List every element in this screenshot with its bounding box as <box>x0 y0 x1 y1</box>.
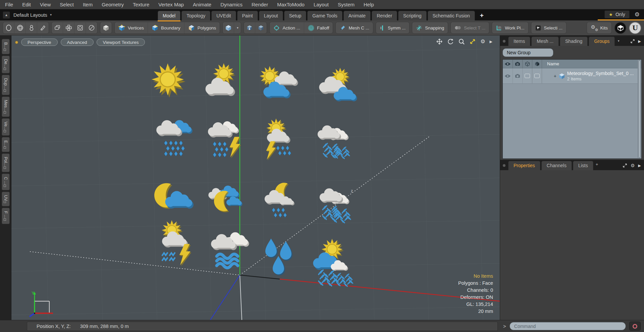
resize-viewport-icon[interactable] <box>469 38 476 45</box>
chevron-down-icon[interactable]: ▼ <box>617 40 620 43</box>
panel-gear-icon[interactable]: ⚙ <box>631 163 635 168</box>
menu-texture[interactable]: Texture <box>133 2 149 7</box>
settings-gear-icon[interactable]: ⚙ <box>635 12 640 17</box>
sphere-tool-icon[interactable] <box>14 22 26 34</box>
left-tab-duplicate[interactable]: Dup... <box>2 75 10 95</box>
cube-badge-icon[interactable] <box>614 22 627 34</box>
row-eye-icon[interactable] <box>503 68 513 83</box>
shade-column-cube-icon[interactable] <box>532 60 542 68</box>
viewport-textures-button[interactable]: Viewport Textures <box>97 39 145 46</box>
boundary-mode-button[interactable]: Boundary <box>148 22 184 34</box>
vertex-tool-icon[interactable] <box>26 22 37 34</box>
add-layout-tab-button[interactable]: + <box>476 12 488 20</box>
left-tab-mesh[interactable]: Mes... <box>2 96 10 117</box>
tab-topology[interactable]: Topology <box>181 11 210 20</box>
menu-select[interactable]: Select <box>60 2 74 7</box>
tab-layout[interactable]: Layout <box>259 11 283 20</box>
visibility-column-eye-icon[interactable] <box>503 60 513 68</box>
rotate-icon[interactable] <box>447 38 454 45</box>
ellipse-tool-icon[interactable] <box>3 22 14 34</box>
left-tab-basic[interactable]: B... <box>2 39 10 54</box>
tab-setup[interactable]: Setup <box>284 11 307 20</box>
cube-tool-icon[interactable] <box>100 22 112 34</box>
work-plane-button[interactable]: Work Pl... <box>492 22 528 34</box>
item-cube-icon[interactable] <box>223 22 234 34</box>
3d-viewport[interactable]: z Perspective Advanced Viewport Textures… <box>11 36 500 320</box>
tab-channels[interactable]: Channels <box>541 161 572 170</box>
menu-view[interactable]: View <box>40 2 51 7</box>
left-tab-polygon[interactable]: Pol... <box>2 153 10 172</box>
expand-row-button[interactable]: + <box>554 73 556 79</box>
wire-column-cube-icon[interactable] <box>523 60 532 68</box>
tab-groups[interactable]: Groups <box>589 37 615 46</box>
row-wire-checkbox[interactable] <box>523 68 532 83</box>
pivot-cube-icon[interactable] <box>255 22 267 34</box>
duplicate-icon[interactable] <box>52 22 63 34</box>
kits-button[interactable]: ⚙⚙ Kits <box>587 22 611 34</box>
select-through-button[interactable]: Select T ... <box>451 22 489 34</box>
polygons-mode-button[interactable]: Polygons <box>184 22 220 34</box>
tab-animate[interactable]: Animate <box>343 11 371 20</box>
action-center-button[interactable]: Action ... <box>270 22 304 34</box>
expand-panel-icon[interactable] <box>623 163 627 168</box>
menu-render[interactable]: Render <box>252 2 268 7</box>
perspective-button[interactable]: Perspective <box>21 39 58 46</box>
tab-scripting[interactable]: Scripting <box>398 11 426 20</box>
add-tab-button[interactable]: + <box>596 162 598 167</box>
snapping-button[interactable]: Snapping <box>412 22 448 34</box>
symmetry-button[interactable]: Symm ... <box>376 22 409 34</box>
row-camera-icon[interactable] <box>513 68 523 83</box>
group-row-meteorology[interactable]: + Meteorology_Symbols_Set_0 ... 2 Items <box>503 68 641 84</box>
tab-mesh-ops[interactable]: Mesh ... <box>531 37 559 46</box>
array-icon[interactable] <box>63 22 74 34</box>
menu-file[interactable]: File <box>5 2 13 7</box>
maximize-layout-button[interactable]: ▲ <box>3 11 10 19</box>
menu-animate[interactable]: Animate <box>193 2 211 7</box>
new-group-button[interactable]: New Group <box>502 48 553 57</box>
left-tab-curves[interactable]: C ... <box>2 174 10 190</box>
tab-render[interactable]: Render <box>372 11 397 20</box>
tab-properties[interactable]: Properties <box>508 161 540 170</box>
viewport-expand-arrow-icon[interactable]: ▶ <box>490 40 492 44</box>
tab-schematic-fusion[interactable]: Schematic Fusion <box>428 11 475 20</box>
menu-edit[interactable]: Edit <box>22 2 31 7</box>
tab-game-tools[interactable]: Game Tools <box>307 11 342 20</box>
tab-paint[interactable]: Paint <box>237 11 258 20</box>
zoom-icon[interactable] <box>458 38 465 45</box>
radial-icon[interactable] <box>86 22 97 34</box>
tab-shading[interactable]: Shading <box>560 37 588 46</box>
panel-more-icon[interactable]: ▶ <box>638 40 641 43</box>
left-tab-falloff[interactable]: F ... <box>2 208 10 224</box>
menu-item[interactable]: Item <box>83 2 93 7</box>
expand-panel-icon[interactable] <box>630 39 635 44</box>
item-mode-dropdown[interactable]: ▼ <box>234 22 241 34</box>
left-tab-edge[interactable]: E... <box>2 137 10 152</box>
tab-uvedit[interactable]: UVEdit <box>211 11 236 20</box>
mesh-constraints-button[interactable]: Mesh C ... <box>336 22 373 34</box>
row-shade-checkbox[interactable] <box>532 68 542 83</box>
left-tab-vertex[interactable]: Ve... <box>2 118 10 136</box>
shading-mode-button[interactable]: Advanced <box>61 39 94 46</box>
list-scrollbar[interactable] <box>638 60 641 158</box>
vertices-mode-button[interactable]: Vertices <box>115 22 148 34</box>
viewport-settings-gear-icon[interactable]: ⚙ <box>480 39 485 44</box>
tab-items[interactable]: Items <box>508 37 530 46</box>
tab-model[interactable]: Model <box>158 11 180 20</box>
menu-geometry[interactable]: Geometry <box>102 2 124 7</box>
panel-options-icon[interactable] <box>503 164 505 167</box>
menu-system[interactable]: System <box>338 2 355 7</box>
falloff-button[interactable]: Falloff <box>304 22 333 34</box>
menu-help[interactable]: Help <box>364 2 374 7</box>
pan-icon[interactable] <box>436 38 443 45</box>
selection-sets-button[interactable]: Selecti ... <box>531 22 567 34</box>
unreal-bridge-icon[interactable]: U <box>629 22 641 34</box>
tab-lists[interactable]: Lists <box>573 161 593 170</box>
center-cube-icon[interactable] <box>244 22 255 34</box>
render-column-camera-icon[interactable] <box>513 60 523 68</box>
frame-icon[interactable] <box>74 22 86 34</box>
command-input[interactable] <box>509 322 626 330</box>
left-tab-deform[interactable]: De... <box>2 56 10 73</box>
menu-vertex-map[interactable]: Vertex Map <box>158 2 184 7</box>
panel-options-icon[interactable] <box>503 40 505 43</box>
record-macro-button[interactable] <box>629 322 641 331</box>
